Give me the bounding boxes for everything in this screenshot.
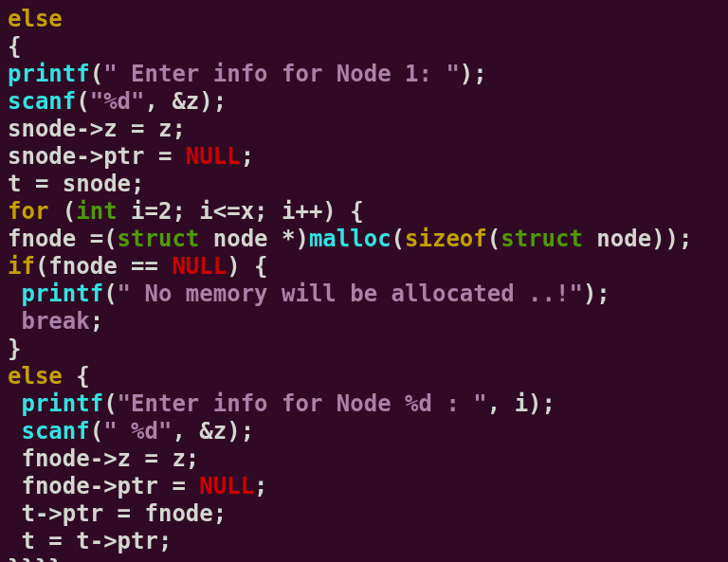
close: ); xyxy=(460,61,487,87)
paren: ( xyxy=(103,281,117,307)
mid: node *) xyxy=(199,226,309,252)
post: { xyxy=(63,363,90,390)
string: "Enter info for Node %d : " xyxy=(118,390,487,417)
type-int: int xyxy=(76,198,117,225)
keyword-break: break xyxy=(21,308,89,335)
string: " Enter info for Node 1: " xyxy=(103,61,460,87)
brace: { xyxy=(8,33,21,60)
paren: ( xyxy=(103,390,117,417)
keyword-else: else xyxy=(8,6,63,32)
cond: (fnode == xyxy=(35,253,173,280)
fn-printf: printf xyxy=(21,390,103,417)
semi: ; xyxy=(254,473,267,499)
rest: i=2; i<=x; i++) { xyxy=(118,198,364,225)
semi: ; xyxy=(241,143,254,170)
keyword-else: else xyxy=(8,363,63,390)
indent xyxy=(8,308,21,335)
stmt: t = snode; xyxy=(8,171,145,197)
paren: ( xyxy=(76,88,89,115)
code-block: else { printf(" Enter info for Node 1: "… xyxy=(0,0,728,562)
brace: } xyxy=(8,335,21,362)
string: "%d" xyxy=(90,88,145,115)
fn-printf: printf xyxy=(21,281,103,307)
fn-scanf: scanf xyxy=(8,88,76,115)
fn-scanf: scanf xyxy=(21,418,89,444)
null: NULL xyxy=(199,473,254,499)
string: " No memory will be allocated ..!" xyxy=(118,281,583,307)
paren: ( xyxy=(90,418,103,444)
stmt: snode->z = z; xyxy=(8,116,186,142)
paren: ( xyxy=(48,198,76,225)
type-struct: struct xyxy=(118,226,200,252)
semi: ; xyxy=(90,308,103,335)
fn-printf: printf xyxy=(8,61,90,87)
stmt: t->ptr = fnode; xyxy=(8,500,227,527)
post: ) { xyxy=(227,253,267,280)
rest: , i); xyxy=(487,390,555,417)
stmt: fnode =( xyxy=(8,226,118,252)
tail: node)); xyxy=(583,226,693,252)
type-struct: struct xyxy=(500,226,583,252)
rest: , &z); xyxy=(145,88,228,115)
rest: , &z); xyxy=(172,418,254,444)
null: NULL xyxy=(186,143,241,170)
keyword-for: for xyxy=(8,198,48,225)
string: " %d" xyxy=(103,418,172,444)
braces: }}}} xyxy=(8,555,63,562)
indent xyxy=(8,281,21,307)
indent xyxy=(8,390,21,417)
paren: ( xyxy=(90,61,103,87)
keyword-if: if xyxy=(8,253,35,280)
paren: ( xyxy=(487,226,500,252)
null: NULL xyxy=(172,253,227,280)
fn-malloc: malloc xyxy=(309,226,391,252)
close: ); xyxy=(583,281,610,307)
stmt: fnode->ptr = xyxy=(8,473,199,499)
indent xyxy=(8,418,21,444)
stmt: t = t->ptr; xyxy=(8,528,172,554)
stmt: snode->ptr = xyxy=(8,143,186,170)
paren: ( xyxy=(391,226,405,252)
stmt: fnode->z = z; xyxy=(8,445,199,472)
keyword-sizeof: sizeof xyxy=(405,226,487,252)
